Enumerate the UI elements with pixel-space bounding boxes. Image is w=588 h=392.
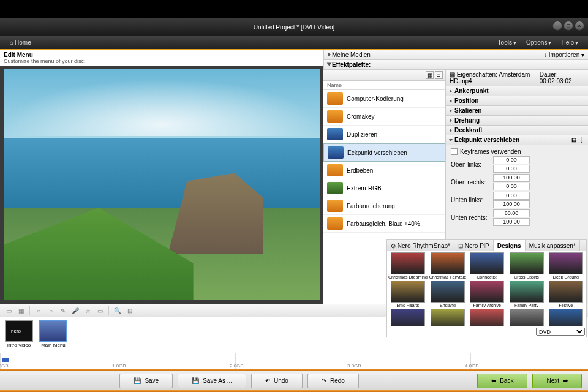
tool-zoom-icon[interactable]: 🔍: [113, 306, 123, 315]
template-item[interactable]: Filmstrips: [388, 309, 428, 326]
props-title: ▦ Eigenschaften: Amsterdam-HD.mp4: [450, 71, 540, 85]
template-item[interactable]: France: [547, 309, 585, 326]
clip-item[interactable]: Main Menu: [38, 320, 69, 350]
clip-item[interactable]: Intro Video: [4, 320, 34, 350]
effect-item[interactable]: Farbanreicherung: [323, 197, 445, 215]
template-item[interactable]: Connected: [468, 252, 506, 279]
template-item[interactable]: Emo Hearts: [388, 281, 428, 307]
corner-label: Oben rechts:: [451, 179, 491, 186]
corner-x-input[interactable]: 60.00: [493, 209, 530, 217]
accordion-header[interactable]: Ankerpunkt: [446, 86, 588, 96]
view-grid-icon[interactable]: ▦: [426, 71, 434, 79]
options-menu[interactable]: Options▾: [521, 39, 556, 46]
template-item[interactable]: [507, 309, 545, 326]
effect-item[interactable]: Eckpunkt verschieben: [323, 143, 445, 162]
accordion-header[interactable]: Skalieren: [446, 106, 588, 115]
effect-item[interactable]: Computer-Kodierung: [323, 90, 445, 108]
corner-y-input[interactable]: 0.00: [493, 165, 530, 173]
tool-guides-icon[interactable]: ▦: [16, 306, 26, 315]
template-item[interactable]: Family Archive: [468, 281, 506, 307]
help-menu[interactable]: Help▾: [556, 39, 583, 46]
save-as-button[interactable]: 💾Save As ...: [178, 374, 246, 388]
template-item[interactable]: Deep Ground: [547, 252, 585, 279]
undo-icon: ↶: [265, 377, 270, 384]
effect-item[interactable]: Farbausgleich, Blau: +40%: [323, 215, 445, 233]
corner-label: Unten links:: [451, 197, 491, 203]
effect-label: Extrem-RGB: [347, 185, 382, 192]
browser-tab[interactable]: Designs: [494, 240, 526, 251]
next-icon: ➡: [563, 377, 568, 384]
minimize-button[interactable]: –: [552, 21, 562, 31]
media-panel-toggle[interactable]: Meine Medien: [323, 50, 456, 59]
close-button[interactable]: ×: [575, 21, 584, 31]
tool-box-icon[interactable]: ▭: [95, 306, 105, 315]
template-item[interactable]: England: [429, 281, 467, 307]
browser-tab[interactable]: Musik anpassen*: [526, 240, 580, 251]
effect-label: Duplizieren: [347, 131, 377, 138]
effect-icon: [327, 182, 343, 194]
size-tick: 2.0GB: [230, 363, 244, 369]
tool-circle2-icon[interactable]: ○: [46, 306, 56, 315]
corner-y-input[interactable]: 100.00: [493, 200, 530, 208]
tool-circle-icon[interactable]: ○: [34, 306, 43, 315]
template-item[interactable]: Fine Arts: [429, 309, 467, 326]
titlebar: Untitled Project * [DVD-Video] – □ ×: [0, 18, 588, 36]
corner-label: Unten rechts:: [451, 214, 491, 221]
corner-y-input[interactable]: 0.00: [493, 183, 530, 190]
view-list-icon[interactable]: ≡: [435, 71, 443, 79]
next-button[interactable]: Next➡: [532, 374, 582, 388]
effect-icon: [327, 110, 343, 123]
template-item[interactable]: Cross Sports: [507, 252, 545, 279]
size-tick: 4.0GB: [465, 363, 479, 369]
corner-y-input[interactable]: 100.00: [493, 218, 530, 226]
effect-label: Cromakey: [347, 113, 375, 120]
maximize-button[interactable]: □: [564, 21, 573, 31]
tools-menu[interactable]: Tools▾: [493, 39, 521, 46]
corner-x-input[interactable]: 0.00: [493, 156, 530, 164]
corner-x-input[interactable]: 0.00: [493, 192, 530, 200]
format-select[interactable]: DVD: [536, 328, 585, 336]
effect-item[interactable]: Duplizieren: [323, 126, 445, 143]
effects-panel-toggle[interactable]: Effektpalette:: [323, 60, 588, 69]
home-button[interactable]: ⌂ Home: [5, 39, 36, 46]
redo-button[interactable]: ↷Redo: [307, 374, 359, 388]
effect-label: Farbanreicherung: [347, 203, 395, 209]
tool-settings-icon[interactable]: ⊞: [125, 306, 135, 315]
undo-button[interactable]: ↶Undo: [251, 374, 303, 388]
effects-name-header: Name: [323, 81, 445, 90]
accordion-eckpunkt[interactable]: Eckpunkt verschieben⊟ ⋮: [446, 135, 588, 145]
template-item[interactable]: Christmas Fairytale: [429, 252, 467, 279]
effect-icon: [327, 217, 343, 230]
template-item[interactable]: Festive: [547, 281, 585, 307]
effect-item[interactable]: Erdbeben: [323, 162, 445, 179]
effect-label: Farbausgleich, Blau: +40%: [347, 221, 420, 227]
tool-mic-icon[interactable]: 🎤: [70, 306, 80, 315]
effect-icon: [327, 164, 343, 176]
accordion-header[interactable]: Deckkraft: [446, 126, 588, 135]
import-button[interactable]: ↓ Importieren ▾: [456, 50, 588, 59]
effect-icon: [328, 146, 344, 159]
effect-label: Eckpunkt verschieben: [347, 149, 407, 156]
tool-clip-icon[interactable]: ✎: [58, 306, 68, 315]
browser-tab[interactable]: ⊙ Nero RhythmSnap*: [387, 240, 454, 251]
template-item[interactable]: Family Party: [507, 281, 545, 307]
corner-x-input[interactable]: 100.00: [493, 174, 530, 182]
accordion-header[interactable]: Position: [446, 96, 588, 105]
tool-trash-icon[interactable]: ▭: [4, 306, 13, 315]
browser-tab[interactable]: ⊡ Nero PiP: [454, 240, 494, 251]
effect-item[interactable]: Extrem-RGB: [323, 179, 445, 197]
accordion-header[interactable]: Drehung: [446, 116, 588, 125]
template-item[interactable]: Flowers: [468, 309, 506, 326]
title: Untitled Project * [DVD-Video]: [254, 24, 335, 31]
template-browser: ⊙ Nero RhythmSnap*⊡ Nero PiPDesignsMusik…: [386, 239, 587, 337]
save-button[interactable]: 💾Save: [119, 374, 173, 388]
keyframes-checkbox[interactable]: [451, 148, 458, 155]
template-item[interactable]: Christmas Dreaming: [388, 252, 428, 279]
effect-icon: [327, 92, 343, 105]
size-tick: 0.0GB: [0, 363, 9, 369]
effect-label: Computer-Kodierung: [347, 96, 404, 102]
menu-preview[interactable]: [0, 66, 323, 304]
back-button[interactable]: ⬅Back: [477, 374, 527, 388]
effect-item[interactable]: Cromakey: [323, 108, 445, 126]
tool-star-icon[interactable]: ☆: [83, 306, 92, 315]
